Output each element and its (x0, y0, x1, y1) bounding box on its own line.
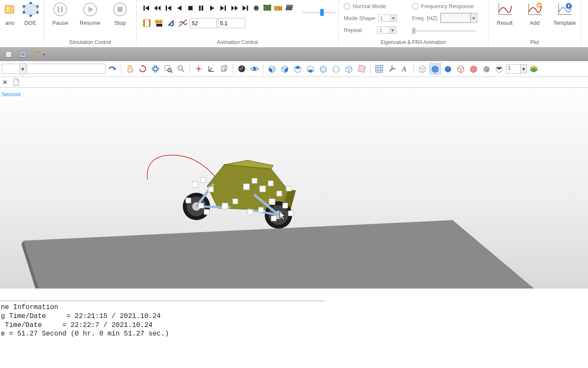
center-icon[interactable] (193, 63, 205, 75)
render-mix-icon[interactable] (480, 63, 492, 75)
viewport[interactable]: Second (0, 88, 588, 289)
view-iso-icon[interactable] (343, 63, 355, 75)
stop-button[interactable]: Stop (106, 0, 134, 26)
apply-arrow-icon[interactable] (106, 63, 118, 75)
play-rev-icon[interactable] (174, 2, 185, 14)
chevron-down-icon[interactable]: ▾ (20, 63, 26, 74)
normal-radio[interactable] (344, 3, 350, 9)
group-plot: Result Add Template Plot (489, 0, 581, 46)
frame-input[interactable] (190, 18, 217, 28)
skip-start-icon[interactable] (141, 2, 152, 14)
scenario-label: ario (5, 20, 15, 26)
hand-pan-icon[interactable] (124, 63, 136, 75)
svg-rect-113 (208, 187, 214, 192)
film-icon[interactable] (141, 17, 153, 29)
svg-rect-17 (143, 6, 145, 11)
svg-rect-117 (222, 203, 228, 209)
chevron-down-icon[interactable]: ▾ (471, 13, 477, 23)
step-fwd-icon[interactable] (218, 2, 229, 14)
record-icon[interactable] (251, 2, 262, 14)
tool-a-icon[interactable] (3, 48, 15, 60)
grid-icon[interactable] (373, 63, 385, 75)
tool-c-icon[interactable]: ▾ (32, 48, 45, 60)
rewind-icon[interactable] (152, 2, 163, 14)
resume-icon (82, 2, 98, 17)
chevron-down-icon[interactable]: ▾ (390, 15, 397, 21)
render-wire-icon[interactable] (416, 63, 428, 75)
time-input[interactable] (218, 18, 245, 28)
modeshape-select[interactable]: 1▾ (378, 15, 397, 22)
new-doc-button[interactable] (11, 77, 21, 87)
view-front-icon[interactable] (266, 63, 278, 75)
svg-line-52 (179, 20, 187, 26)
svg-point-8 (23, 11, 25, 14)
text-a-icon[interactable]: A (399, 63, 411, 75)
zoom-window-icon[interactable] (162, 63, 174, 75)
view-back-icon[interactable] (279, 63, 291, 75)
view-right-icon[interactable] (304, 63, 316, 75)
freq-select[interactable]: ▾ (440, 13, 477, 23)
play-fwd-icon[interactable] (207, 2, 218, 14)
stop-anim-icon[interactable] (185, 2, 196, 14)
skip-end-icon[interactable] (240, 2, 251, 14)
template-button[interactable]: Template (551, 0, 578, 26)
view-bottom-icon[interactable] (330, 63, 342, 75)
chevron-down-icon[interactable]: ▾ (520, 65, 527, 73)
pause-button[interactable]: Pause (47, 0, 74, 26)
transport-bar (141, 0, 295, 16)
doe-button[interactable]: DOE (20, 0, 41, 26)
scenario-button[interactable]: ario (3, 0, 17, 26)
view-left-icon[interactable] (292, 63, 304, 75)
combo-1[interactable]: ▾ (2, 63, 26, 74)
fast-fwd-icon[interactable] (229, 2, 240, 14)
eye-icon[interactable] (249, 63, 260, 75)
triad-icon[interactable] (386, 63, 398, 75)
render-red-icon[interactable] (455, 63, 467, 75)
svg-text:A: A (401, 65, 406, 73)
group-animation: Animation Control (137, 0, 339, 46)
wire-cube-icon[interactable] (218, 63, 230, 75)
freqresp-radio[interactable] (412, 3, 418, 9)
pause-anim-icon[interactable] (196, 2, 207, 14)
svg-line-75 (182, 70, 184, 72)
layers-icon[interactable] (528, 63, 540, 75)
svg-point-72 (168, 68, 171, 72)
aperture-icon[interactable] (236, 63, 248, 75)
tool-b-icon[interactable] (17, 48, 29, 60)
text-field[interactable] (27, 64, 105, 74)
svg-rect-120 (252, 178, 257, 183)
anim-slider[interactable] (302, 12, 336, 13)
render-shade-icon[interactable] (429, 63, 441, 75)
svg-rect-126 (288, 211, 293, 216)
movie-icon[interactable] (262, 2, 273, 14)
camera-icon[interactable] (273, 2, 284, 14)
freq-slider[interactable] (412, 30, 476, 32)
resume-button[interactable]: Resume (76, 0, 104, 26)
svg-rect-26 (202, 6, 203, 11)
zoom-icon[interactable] (175, 63, 187, 75)
close-tab-button[interactable]: ✕ (1, 78, 9, 86)
post-button[interactable]: Post (584, 0, 588, 26)
svg-rect-29 (225, 6, 226, 11)
axes-icon[interactable] (205, 63, 217, 75)
render-red2-icon[interactable] (468, 63, 480, 75)
add-button[interactable]: Add (521, 0, 548, 26)
repeat-select[interactable]: 1▾ (377, 26, 396, 34)
svg-rect-2 (7, 10, 9, 11)
svg-line-73 (171, 71, 172, 73)
filmcam-icon[interactable] (153, 17, 165, 29)
render-mix2-icon[interactable] (493, 63, 505, 75)
result-button[interactable]: Result (491, 0, 518, 26)
render-shade2-icon[interactable] (442, 63, 454, 75)
wrench-icon[interactable] (165, 17, 177, 29)
view-top-icon[interactable] (317, 63, 329, 75)
view-count-spinner[interactable]: 1▾ (506, 64, 527, 74)
rotate-icon[interactable] (137, 63, 149, 75)
view-clear-icon[interactable] (356, 63, 368, 75)
stack-icon[interactable] (284, 2, 295, 14)
chevron-down-icon[interactable]: ▾ (389, 27, 396, 33)
step-back-icon[interactable] (163, 2, 174, 14)
doe-icon (22, 2, 38, 17)
no-anim-icon[interactable] (177, 17, 189, 29)
orbit-icon[interactable] (149, 63, 161, 75)
